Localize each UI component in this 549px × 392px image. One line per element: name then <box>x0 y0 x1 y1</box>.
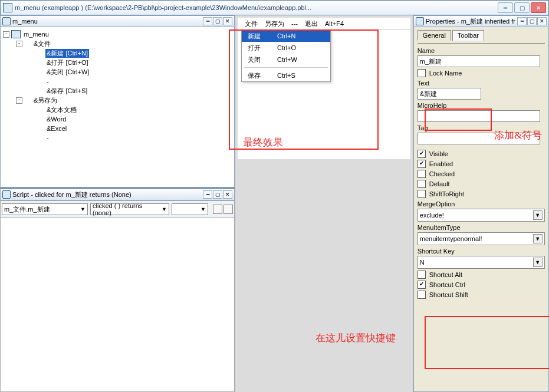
menu-exit-shortcut: Alt+F4 <box>323 20 346 27</box>
label-default: Default <box>429 180 450 187</box>
props-pane-title: Properties - m_新建 inherited fr <box>426 17 515 26</box>
tree-item-sep[interactable]: - <box>45 78 50 85</box>
pane-maximize-icon[interactable]: ▢ <box>213 190 222 199</box>
tree-item-txt[interactable]: &文本文档 <box>45 106 78 114</box>
menu-tree[interactable]: -m_menu -&文件 &新建 [Ctrl+N] &打开 [Ctrl+O] &… <box>0 27 235 187</box>
select-shortcutkey[interactable]: N▼ <box>417 256 545 269</box>
input-name[interactable] <box>417 55 540 67</box>
script-ancestor-dropdown[interactable]: ▼ <box>172 203 208 215</box>
props-pane-header[interactable]: Properties - m_新建 inherited fr ━ ▢ ✕ <box>413 15 549 27</box>
tree-item-word[interactable]: &Word <box>45 116 67 123</box>
script-view-icon[interactable] <box>223 205 233 214</box>
input-microhelp[interactable] <box>417 110 540 122</box>
pane-minimize-icon[interactable]: ━ <box>517 17 527 25</box>
tree-item-sep2[interactable]: - <box>45 134 50 141</box>
tree-item-close[interactable]: &关闭 [Ctrl+W] <box>45 68 90 77</box>
checkbox-shortcut-alt[interactable] <box>417 271 426 279</box>
pane-maximize-icon[interactable]: ▢ <box>213 17 222 25</box>
tree-collapse-icon[interactable]: - <box>16 97 22 104</box>
pane-maximize-icon[interactable]: ▢ <box>527 17 537 25</box>
tree-pane-header[interactable]: m_menu ━ ▢ ✕ <box>0 15 235 27</box>
pane-close-icon[interactable]: ✕ <box>537 17 547 25</box>
tree-collapse-icon[interactable]: - <box>16 41 22 47</box>
tree-item-save[interactable]: &保存 [Ctrl+S] <box>45 87 88 95</box>
tree-pane-title: m_menu <box>12 18 201 25</box>
tree-item-saveas[interactable]: &另存为 <box>32 96 58 105</box>
label-lockname: Lock Name <box>429 70 462 77</box>
script-editor[interactable] <box>0 218 235 392</box>
preview-menubar: 文件 另存为 --- 退出 Alt+F4 <box>238 18 410 30</box>
menu-preview: 文件 另存为 --- 退出 Alt+F4 新建Ctrl+N 打开Ctrl+O 关… <box>238 18 410 159</box>
label-shortcut-alt: Shortcut Alt <box>429 271 462 278</box>
pane-icon <box>2 190 11 199</box>
label-shortcutkey: Shortcut Key <box>417 248 545 255</box>
preview-dropdown: 新建Ctrl+N 打开Ctrl+O 关闭Ctrl+W 保存Ctrl+S <box>241 29 331 82</box>
menu-dash[interactable]: --- <box>289 20 300 27</box>
checkbox-enabled[interactable]: ✔ <box>417 160 426 168</box>
checkbox-visible[interactable]: ✔ <box>417 150 426 158</box>
checkbox-default[interactable] <box>417 180 426 188</box>
select-mergeoption[interactable]: exclude!▼ <box>417 209 545 222</box>
label-name: Name <box>417 47 545 54</box>
window-title: m_menu (exampleapp ) (E:\workspace\2-PB\… <box>15 4 498 11</box>
tree-item-file[interactable]: &文件 <box>32 39 52 48</box>
close-button[interactable]: ✕ <box>531 2 546 13</box>
pane-close-icon[interactable]: ✕ <box>223 190 232 199</box>
menu-file[interactable]: 文件 <box>242 19 260 28</box>
select-menuitemtype[interactable]: menuitemtypenormal!▼ <box>417 232 545 245</box>
script-pane-title: Script - clicked for m_新建 returns (None) <box>12 190 201 199</box>
pane-minimize-icon[interactable]: ━ <box>203 17 212 25</box>
tree-item-new[interactable]: &新建 [Ctrl+N] <box>45 49 89 58</box>
label-checked: Checked <box>429 170 455 177</box>
dropdown-separator <box>244 67 328 68</box>
checkbox-shortcut-shift[interactable] <box>417 291 426 299</box>
maximize-button[interactable]: ▢ <box>514 2 530 13</box>
tree-collapse-icon[interactable]: - <box>3 31 9 38</box>
label-tag: Tag <box>417 124 545 131</box>
pane-minimize-icon[interactable]: ━ <box>203 190 212 199</box>
label-enabled: Enabled <box>429 160 453 167</box>
tree-item-open[interactable]: &打开 [Ctrl+O] <box>45 58 90 67</box>
dropdown-new[interactable]: 新建Ctrl+N <box>242 30 330 42</box>
titlebar[interactable]: m_menu (exampleapp ) (E:\workspace\2-PB\… <box>0 0 549 15</box>
script-view-icon[interactable] <box>213 205 222 214</box>
properties-panel: General Toolbar Name Lock Name Text Micr… <box>413 27 549 392</box>
label-visible: Visible <box>429 150 448 157</box>
input-text[interactable] <box>417 88 481 100</box>
checkbox-lockname[interactable] <box>417 69 426 77</box>
app-icon <box>3 3 12 12</box>
script-pane-header[interactable]: Script - clicked for m_新建 returns (None)… <box>0 189 235 200</box>
menu-saveas[interactable]: 另存为 <box>262 19 287 28</box>
dropdown-open[interactable]: 打开Ctrl+O <box>242 42 330 54</box>
label-menuitemtype: MenuItemType <box>417 224 545 231</box>
label-microhelp: MicroHelp <box>417 102 545 109</box>
pane-icon <box>416 17 424 25</box>
pane-icon <box>2 17 11 25</box>
input-tag[interactable] <box>417 133 540 144</box>
script-toolbar: m_文件.m_新建▼ clicked ( ) returns (none)▼ ▼ <box>0 200 235 218</box>
script-object-dropdown[interactable]: m_文件.m_新建▼ <box>2 203 88 215</box>
label-text: Text <box>417 80 545 87</box>
label-shortcut-shift: Shortcut Shift <box>429 291 468 298</box>
label-shortcut-ctrl: Shortcut Ctrl <box>429 281 465 288</box>
tree-item-excel[interactable]: &Excel <box>45 125 68 132</box>
dropdown-close[interactable]: 关闭Ctrl+W <box>242 54 330 65</box>
menu-icon <box>11 30 21 38</box>
tab-general[interactable]: General <box>417 30 451 41</box>
menu-exit[interactable]: 退出 <box>303 19 320 28</box>
checkbox-shortcut-ctrl[interactable]: ✔ <box>417 281 426 289</box>
dropdown-save[interactable]: 保存Ctrl+S <box>242 70 330 81</box>
tab-toolbar[interactable]: Toolbar <box>452 30 484 41</box>
label-shifttoright: ShiftToRight <box>429 190 464 197</box>
tree-root[interactable]: m_menu <box>22 31 50 38</box>
script-event-dropdown[interactable]: clicked ( ) returns (none)▼ <box>90 203 169 215</box>
minimize-button[interactable]: ━ <box>498 2 513 13</box>
checkbox-shifttoright[interactable] <box>417 190 426 198</box>
pane-close-icon[interactable]: ✕ <box>223 17 232 25</box>
checkbox-checked[interactable] <box>417 170 426 178</box>
label-mergeoption: MergeOption <box>417 200 545 207</box>
